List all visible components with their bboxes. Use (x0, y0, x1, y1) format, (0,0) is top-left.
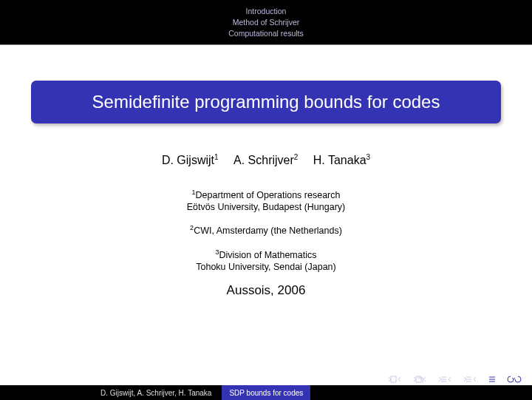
beamer-nav-icons (389, 376, 522, 383)
slide-title: Semidefinite programming bounds for code… (44, 92, 488, 112)
author: D. Gijswijt1 (162, 153, 219, 167)
nav-section-icon[interactable] (464, 376, 479, 383)
author-name: A. Schrijver (233, 154, 294, 166)
nav-subsection-icon[interactable] (439, 376, 454, 383)
author: A. Schrijver2 (233, 153, 298, 167)
nav-frame-icon[interactable] (414, 376, 429, 383)
affil-line: Eötvös University, Budapest (Hungary) (187, 202, 345, 212)
affil-line: Tohoku University, Sendai (Japan) (196, 262, 335, 272)
venue: Aussois, 2006 (27, 283, 505, 298)
author-mark: 1 (214, 153, 219, 161)
nav-section[interactable]: Computational results (0, 28, 532, 39)
author-mark: 2 (294, 153, 299, 161)
title-block: Semidefinite programming bounds for code… (31, 81, 501, 123)
header: Introduction Method of Schrijver Computa… (0, 0, 532, 44)
affiliation: 1Department of Operations research Eötvö… (27, 186, 505, 213)
affil-line: Department of Operations research (196, 190, 341, 200)
authors-line: D. Gijswijt1 A. Schrijver2 H. Tanaka3 (27, 153, 505, 167)
affil-line: CWI, Amsterdamy (the Netherlands) (194, 226, 342, 237)
author-name: H. Tanaka (313, 154, 366, 166)
nav-section[interactable]: Introduction (0, 6, 532, 17)
affiliation: 3Division of Mathematics Tohoku Universi… (27, 246, 505, 273)
nav-mode-icon[interactable] (489, 376, 497, 383)
nav-slide-icon[interactable] (389, 376, 403, 383)
nav-section[interactable]: Method of Schrijver (0, 17, 532, 28)
affiliation: 2CWI, Amsterdamy (the Netherlands) (27, 222, 505, 237)
nav-back-forward-icon[interactable] (507, 376, 522, 383)
slide: Introduction Method of Schrijver Computa… (0, 0, 532, 400)
author: H. Tanaka3 (313, 153, 370, 167)
author-mark: 3 (366, 153, 371, 161)
author-name: D. Gijswijt (162, 154, 214, 166)
footer-authors: D. Gijswijt, A. Schrijver, H. Tanaka (0, 389, 222, 397)
footer: D. Gijswijt, A. Schrijver, H. Tanaka SDP… (0, 385, 532, 400)
header-sections: Introduction Method of Schrijver Computa… (0, 6, 532, 39)
footer-short-title: SDP bounds for codes (222, 385, 310, 400)
affiliations: 1Department of Operations research Eötvö… (27, 186, 505, 272)
affil-line: Division of Mathematics (219, 250, 317, 260)
slide-body: Semidefinite programming bounds for code… (0, 45, 532, 400)
